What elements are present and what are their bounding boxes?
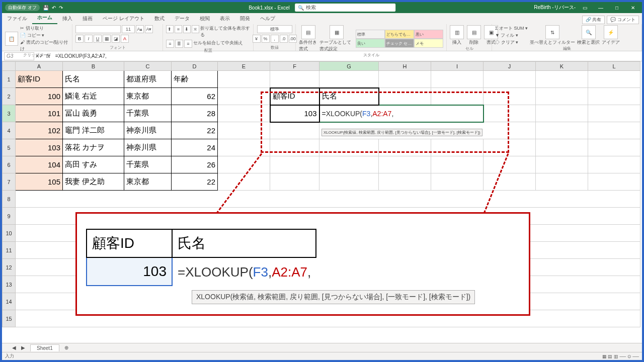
col-header[interactable]: I	[431, 62, 484, 71]
decrease-font-icon[interactable]: A▾	[145, 25, 153, 33]
cell[interactable]	[484, 71, 536, 88]
tab-view[interactable]: 表示	[215, 13, 235, 24]
cell[interactable]	[484, 156, 536, 173]
cell[interactable]	[588, 88, 640, 105]
col-header[interactable]: D	[172, 62, 218, 71]
row-header[interactable]: 3	[3, 105, 16, 122]
cell[interactable]: 103	[16, 139, 63, 156]
row-header[interactable]: 1	[3, 71, 16, 88]
tab-data[interactable]: データ	[170, 13, 195, 24]
find-select-button[interactable]: 🔍	[582, 25, 596, 39]
cell[interactable]	[431, 173, 484, 191]
row-header[interactable]: 9	[3, 208, 16, 225]
italic-icon[interactable]: I	[85, 35, 93, 43]
cell[interactable]: 105	[16, 173, 63, 191]
dec-inc-icon[interactable]: .0	[280, 35, 288, 43]
cell[interactable]: 101	[16, 105, 63, 122]
cell[interactable]	[536, 71, 588, 88]
sheet-tab[interactable]: Sheet1	[30, 344, 59, 351]
cell[interactable]: 千葉県	[124, 105, 172, 122]
spreadsheet-grid[interactable]: A B C D E F G H I J K L 1 顧客ID 氏名 都道府県 年…	[2, 61, 642, 343]
user-name[interactable]: ReBirth -リバース-	[534, 4, 576, 11]
number-format-select[interactable]: 標準	[257, 25, 292, 33]
cell[interactable]	[431, 71, 484, 88]
cell[interactable]: 神奈川県	[124, 122, 172, 139]
cell[interactable]: 24	[172, 139, 218, 156]
insert-cells-button[interactable]: ▥	[450, 25, 464, 39]
align-center-icon[interactable]: ≣	[175, 40, 183, 48]
col-header[interactable]: G	[319, 62, 379, 71]
col-header[interactable]: K	[536, 62, 588, 71]
row-header[interactable]: 6	[3, 156, 16, 173]
cell[interactable]: 東京都	[124, 173, 172, 191]
font-select[interactable]	[75, 25, 121, 33]
cell[interactable]: 千葉県	[124, 156, 172, 173]
add-sheet-icon[interactable]: ⊕	[64, 345, 68, 350]
tab-layout[interactable]: ページ レイアウト	[98, 13, 149, 24]
cell[interactable]: 62	[172, 88, 218, 105]
cell[interactable]	[379, 173, 431, 191]
cell[interactable]	[536, 88, 588, 105]
bold-icon[interactable]: B	[75, 35, 84, 43]
cell[interactable]	[588, 122, 640, 139]
row-header[interactable]: 7	[3, 173, 16, 191]
sort-filter-button[interactable]: ⇅	[545, 25, 559, 39]
cell-styles-gallery[interactable]: 標準 どちらでも… 悪い 良い チェック セ… メモ	[356, 30, 443, 48]
tab-help[interactable]: ヘルプ	[255, 13, 280, 24]
cell[interactable]: 高田 すみ	[63, 156, 124, 173]
tab-home[interactable]: ホーム	[32, 12, 57, 24]
row-header[interactable]: 12	[3, 259, 16, 276]
style-bad[interactable]: 悪い	[414, 30, 443, 39]
view-layout-icon[interactable]: ▤	[608, 354, 612, 359]
enter-formula-icon[interactable]: ✓	[39, 53, 43, 59]
cell[interactable]: 都道府県	[124, 71, 172, 88]
search-box[interactable]: 🔍 検索	[295, 4, 395, 12]
col-header[interactable]: C	[124, 62, 172, 71]
increase-font-icon[interactable]: A▴	[136, 25, 144, 33]
cell[interactable]: 鱗滝 右近	[63, 88, 124, 105]
copy-button[interactable]: 📄 コピー ▾	[20, 32, 69, 39]
cell[interactable]: 東京都	[124, 88, 172, 105]
cell[interactable]: 26	[172, 156, 218, 173]
select-all-corner[interactable]	[3, 62, 16, 71]
cell[interactable]	[536, 156, 588, 173]
merge-center-button[interactable]: セルを結合して中央揃え	[193, 40, 243, 48]
cell[interactable]	[270, 173, 319, 191]
cell[interactable]: 竈門 洋二郎	[63, 122, 124, 139]
underline-icon[interactable]: U	[94, 35, 102, 43]
format-painter-button[interactable]: 🖌 書式のコピー/貼り付け	[20, 39, 69, 52]
col-header[interactable]: A	[16, 62, 63, 71]
cell[interactable]: 22	[172, 173, 218, 191]
style-note[interactable]: メモ	[414, 39, 443, 48]
cell[interactable]	[16, 191, 640, 208]
cell[interactable]: 102	[16, 122, 63, 139]
row-header[interactable]: 8	[3, 191, 16, 208]
tab-draw[interactable]: 描画	[77, 13, 98, 24]
cell[interactable]	[319, 173, 379, 191]
cell[interactable]	[319, 156, 379, 173]
tab-review[interactable]: 校閲	[195, 13, 215, 24]
style-neutral[interactable]: どちらでも…	[385, 30, 414, 39]
share-button[interactable]: 🔗 共有	[582, 16, 605, 24]
row-header[interactable]: 10	[3, 225, 16, 242]
cell[interactable]: 落花 カナヲ	[63, 139, 124, 156]
minimize-icon[interactable]: —	[594, 2, 608, 13]
col-header[interactable]: L	[588, 62, 640, 71]
col-header[interactable]: J	[484, 62, 536, 71]
view-normal-icon[interactable]: ▦	[602, 354, 607, 359]
align-right-icon[interactable]: ≡	[184, 40, 192, 48]
align-left-icon[interactable]: ≡	[166, 40, 174, 48]
row-header[interactable]: 4	[3, 122, 16, 139]
cell[interactable]	[270, 71, 319, 88]
formula-input[interactable]: =XLOOKUP(F3,A2:A7,	[53, 53, 642, 59]
cell[interactable]	[536, 139, 588, 156]
delete-cells-button[interactable]: ▤	[467, 25, 481, 39]
cell[interactable]	[218, 156, 270, 173]
style-check[interactable]: チェック セ…	[385, 39, 414, 48]
row-header[interactable]: 11	[3, 242, 16, 259]
name-box[interactable]: G3	[4, 52, 34, 60]
cell[interactable]: 冨山 義勇	[63, 105, 124, 122]
cell[interactable]	[588, 105, 640, 122]
fill-color-icon[interactable]: ◪	[112, 35, 120, 43]
close-icon[interactable]: ✕	[626, 2, 640, 13]
